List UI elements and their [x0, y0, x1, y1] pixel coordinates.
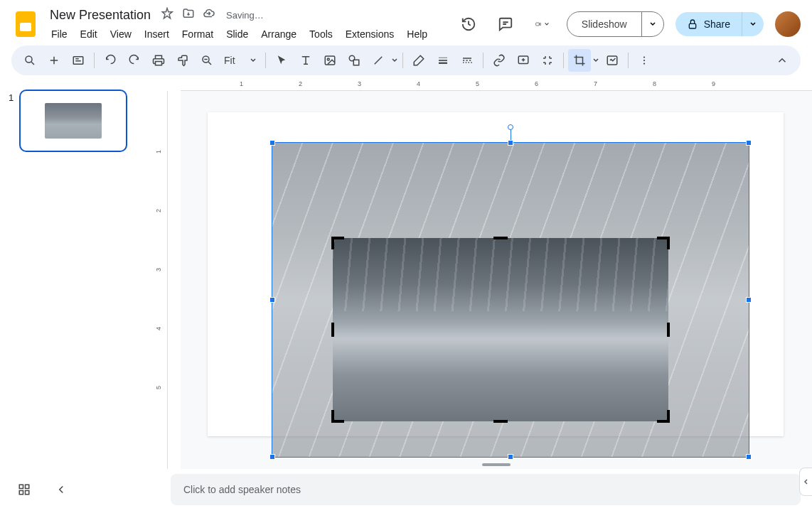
menu-file[interactable]: File — [46, 26, 73, 43]
notes-resize-handle[interactable] — [482, 463, 511, 466]
ruler-tick: 2 — [299, 80, 302, 87]
svg-point-2 — [26, 56, 32, 63]
border-color-button[interactable] — [407, 49, 430, 72]
account-avatar[interactable] — [775, 11, 801, 37]
horizontal-ruler[interactable]: 1 2 3 4 5 6 7 8 9 — [181, 78, 812, 91]
reset-image-button[interactable] — [601, 49, 624, 72]
zoom-dropdown[interactable]: Fit — [220, 55, 261, 66]
grid-view-button[interactable] — [11, 477, 37, 502]
line-tool[interactable] — [367, 49, 390, 72]
share-button[interactable]: Share — [675, 12, 742, 36]
ruler-tick: 4 — [155, 327, 162, 330]
ruler-tick: 2 — [155, 209, 162, 212]
slides-icon — [16, 11, 36, 37]
svg-point-7 — [327, 58, 329, 60]
svg-point-13 — [643, 60, 644, 61]
svg-rect-1 — [689, 23, 695, 28]
side-panel-toggle[interactable] — [799, 468, 812, 496]
image-tool[interactable] — [319, 49, 341, 72]
vertical-ruler[interactable]: 1 2 3 4 5 — [155, 91, 168, 469]
svg-rect-4 — [156, 62, 162, 65]
notes-area: Click to add speaker notes — [0, 469, 812, 510]
slideshow-group: Slideshow — [567, 11, 664, 37]
ruler-tick: 3 — [358, 80, 361, 87]
main-content: 1 1 2 3 4 5 6 7 8 9 1 2 3 4 5 — [0, 78, 812, 469]
menu-format[interactable]: Format — [176, 26, 219, 43]
undo-button[interactable] — [99, 49, 122, 72]
menu-tools[interactable]: Tools — [304, 26, 338, 43]
svg-point-12 — [643, 56, 644, 58]
canvas: 1 2 3 4 5 6 7 8 9 1 2 3 4 5 — [155, 78, 812, 469]
layout-button[interactable] — [67, 49, 90, 72]
share-label: Share — [704, 18, 730, 30]
menu-view[interactable]: View — [105, 26, 137, 43]
zoom-out-button[interactable] — [196, 49, 218, 72]
header: New Presentation Saving… File Edit View … — [0, 0, 812, 43]
crop-image-button[interactable] — [568, 49, 591, 72]
share-group: Share — [675, 12, 764, 36]
ruler-tick: 5 — [155, 386, 162, 389]
cloud-status-icon[interactable] — [203, 7, 216, 23]
filmstrip: 1 — [0, 78, 155, 469]
image-crop-region[interactable] — [333, 238, 668, 421]
slideshow-dropdown[interactable] — [641, 12, 663, 36]
ruler-tick: 4 — [417, 80, 420, 87]
history-icon[interactable] — [456, 11, 481, 37]
menu-edit[interactable]: Edit — [75, 26, 103, 43]
thumbnail-image — [45, 103, 102, 139]
share-dropdown[interactable] — [742, 12, 764, 36]
ruler-tick: 1 — [155, 150, 162, 153]
comment-button[interactable] — [512, 49, 535, 72]
move-folder-icon[interactable] — [182, 7, 195, 23]
svg-rect-16 — [26, 485, 29, 488]
svg-point-14 — [643, 63, 644, 64]
ruler-tick: 5 — [476, 80, 479, 87]
select-tool[interactable] — [270, 49, 293, 72]
document-title[interactable]: New Presentation — [46, 6, 155, 24]
svg-rect-0 — [535, 23, 539, 26]
search-menus-button[interactable] — [18, 49, 41, 72]
link-button[interactable] — [488, 49, 511, 72]
ruler-tick: 7 — [594, 80, 597, 87]
menu-arrange[interactable]: Arrange — [255, 26, 302, 43]
ruler-tick: 1 — [240, 80, 243, 87]
video-call-button[interactable] — [530, 11, 555, 37]
slideshow-button[interactable]: Slideshow — [567, 12, 641, 36]
comments-icon[interactable] — [493, 11, 518, 37]
shape-tool[interactable] — [343, 49, 365, 72]
border-weight-button[interactable] — [432, 49, 454, 72]
crop-dropdown[interactable] — [592, 57, 599, 64]
svg-rect-17 — [19, 491, 23, 495]
redo-button[interactable] — [123, 49, 146, 72]
lock-icon — [687, 18, 698, 30]
new-slide-button[interactable] — [43, 49, 65, 72]
speaker-notes-input[interactable]: Click to add speaker notes — [171, 474, 801, 505]
menu-insert[interactable]: Insert — [139, 26, 175, 43]
save-status: Saving… — [226, 10, 264, 21]
print-button[interactable] — [147, 49, 170, 72]
ruler-tick: 3 — [155, 268, 162, 271]
svg-rect-9 — [353, 60, 359, 65]
menu-slide[interactable]: Slide — [220, 26, 254, 43]
collapse-filmstrip-button[interactable] — [48, 477, 74, 502]
title-area: New Presentation Saving… File Edit View … — [46, 6, 456, 43]
menu-bar: File Edit View Insert Format Slide Arran… — [46, 26, 456, 43]
text-box-tool[interactable] — [294, 49, 317, 72]
svg-rect-18 — [26, 491, 29, 495]
menu-extensions[interactable]: Extensions — [340, 26, 400, 43]
menu-help[interactable]: Help — [401, 26, 433, 43]
toolbar: Fit — [11, 45, 801, 75]
mask-image-button[interactable] — [536, 49, 559, 72]
ruler-tick: 6 — [535, 80, 538, 87]
more-options-button[interactable] — [633, 49, 656, 72]
line-dropdown[interactable] — [391, 57, 398, 64]
paint-format-button[interactable] — [171, 49, 194, 72]
hide-menus-button[interactable] — [771, 49, 794, 72]
slide-number: 1 — [9, 90, 14, 458]
border-dash-button[interactable] — [456, 49, 479, 72]
star-icon[interactable] — [161, 7, 173, 23]
ruler-tick: 8 — [653, 80, 656, 87]
slide-viewport[interactable] — [181, 91, 812, 469]
slide-thumbnail[interactable] — [19, 90, 127, 152]
app-logo[interactable] — [11, 10, 40, 38]
